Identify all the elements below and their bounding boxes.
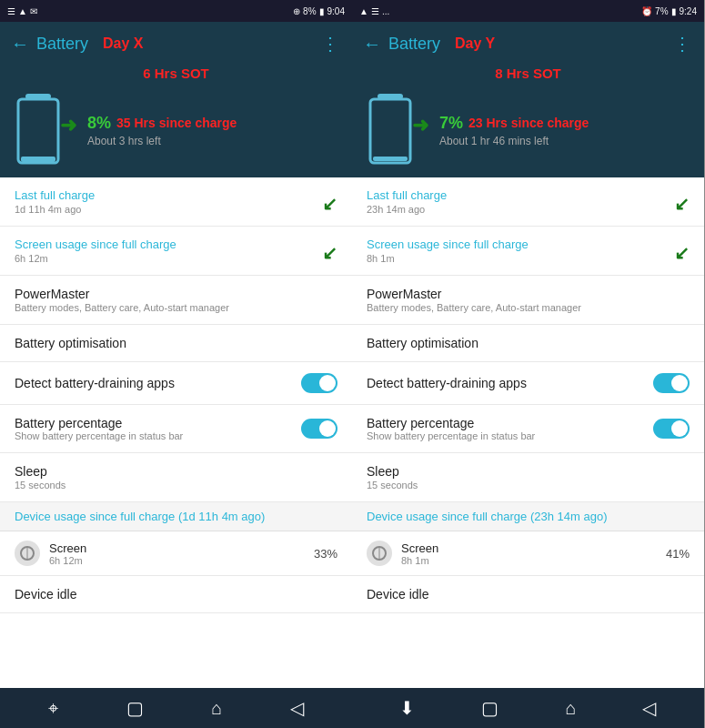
envelope-icon: ✉ (30, 6, 37, 16)
battery-icon-right (367, 94, 414, 167)
device-idle-left: Device idle (0, 576, 352, 613)
detect-draining-right[interactable]: Detect battery-draining apps (352, 362, 704, 405)
battery-icon-left (15, 94, 62, 167)
svg-rect-6 (370, 99, 410, 163)
nav-back-left[interactable]: ◁ (290, 697, 304, 719)
nav-home-right[interactable]: ⌂ (565, 698, 576, 719)
last-full-charge-left[interactable]: Last full charge 1d 11h 4m ago ↙ (0, 177, 352, 227)
detect-draining-left[interactable]: Detect battery-draining apps (0, 362, 352, 405)
status-bar-left-icons: ☰ ▲ ✉ (7, 6, 37, 16)
screen-icon-left (15, 541, 40, 566)
screen-usage-left[interactable]: Screen usage since full charge 6h 12m ↙ (0, 227, 352, 276)
left-panel: ☰ ▲ ✉ ⊕ 8% ▮ 9:04 ← Battery Day X ⋮ 6 Hr… (0, 0, 352, 728)
nav-location-left[interactable]: ⌖ (48, 698, 58, 719)
time-right: 9:24 (680, 6, 697, 16)
usage-item-screen-right: Screen 8h 1m 41% (352, 531, 704, 576)
top-bar-right: ← Battery Day Y ⋮ (352, 22, 704, 66)
battery-percentage-left[interactable]: Battery percentage Show battery percenta… (0, 405, 352, 453)
usage-item-screen-left: Screen 6h 12m 33% (0, 531, 352, 576)
usage-time-left: 6h 12m (49, 555, 86, 566)
status-bar-right: ▲ ☰ ... ⏰ 7% ▮ 9:24 (352, 0, 704, 22)
page-title-right: Battery (388, 35, 440, 54)
powermaster-left[interactable]: PowerMaster Battery modes, Battery care,… (0, 276, 352, 325)
powermaster-sub-right: Battery modes, Battery care, Auto-start … (367, 302, 690, 313)
day-label-right: Day Y (455, 35, 495, 52)
last-full-charge-right[interactable]: Last full charge 23h 14m ago ↙ (352, 177, 704, 227)
battery-percentage-right[interactable]: Battery percentage Show battery percenta… (352, 405, 704, 453)
usage-name-left: Screen (49, 541, 86, 555)
sleep-value-left: 15 seconds (15, 480, 337, 490)
right-panel: ▲ ☰ ... ⏰ 7% ▮ 9:24 ← Battery Day Y ⋮ 8 … (352, 0, 704, 728)
back-button-right[interactable]: ← (363, 34, 381, 55)
svg-rect-2 (21, 157, 55, 162)
nav-home-left[interactable]: ⌂ (211, 698, 222, 719)
content-left: Last full charge 1d 11h 4m ago ↙ Screen … (0, 177, 352, 688)
nav-bar-left: ⌖ ▢ ⌂ ◁ (0, 688, 352, 728)
wifi-icon-right: ▲ (359, 6, 368, 16)
battery-remaining-right: About 1 hr 46 mins left (439, 135, 589, 147)
battery-since-left: 35 Hrs since charge (116, 116, 237, 130)
svg-rect-7 (373, 157, 408, 161)
last-full-charge-value-left: 1d 11h 4m ago (15, 204, 95, 215)
detect-draining-label-left: Detect battery-draining apps (15, 376, 175, 390)
sot-label-left: 6 Hrs SOT (0, 66, 352, 86)
sleep-label-right: Sleep (367, 464, 690, 479)
battery-since-right: 23 Hrs since charge (468, 116, 589, 130)
arrow-last-charge-right: ↙ (674, 193, 690, 215)
status-bar-right-left-icons: ▲ ☰ ... (359, 6, 389, 16)
device-idle-right: Device idle (352, 576, 704, 613)
battery-status-left: 8% (303, 6, 316, 16)
battery-opt-title-right: Battery optimisation (367, 336, 690, 350)
arrow-last-charge-left: ↙ (322, 193, 337, 215)
status-bar-left: ☰ ▲ ✉ ⊕ 8% ▮ 9:04 (0, 0, 352, 22)
battery-remaining-left: About 3 hrs left (87, 135, 237, 147)
usage-pct-left: 33% (314, 547, 337, 561)
nav-square-left[interactable]: ▢ (126, 697, 144, 719)
arrow-battery-left: ➜ (60, 114, 76, 137)
nav-square-right[interactable]: ▢ (481, 697, 499, 719)
screen-usage-title-left: Screen usage since full charge (15, 238, 176, 251)
arrow-screen-usage-left: ↙ (322, 242, 337, 264)
sleep-right[interactable]: Sleep 15 seconds (352, 453, 704, 502)
menu-button-left[interactable]: ⋮ (321, 33, 341, 55)
screen-usage-right[interactable]: Screen usage since full charge 8h 1m ↙ (352, 227, 704, 276)
screen-usage-value-left: 6h 12m (15, 253, 176, 264)
status-bar-right-icons: ⊕ 8% ▮ 9:04 (293, 6, 345, 16)
battery-optimisation-left[interactable]: Battery optimisation (0, 325, 352, 362)
battery-percent-right: 7% (439, 114, 463, 133)
battery-icon-small: ▮ (319, 6, 325, 16)
detect-draining-label-right: Detect battery-draining apps (367, 376, 527, 390)
battery-optimisation-right[interactable]: Battery optimisation (352, 325, 704, 362)
sot-label-right: 8 Hrs SOT (352, 66, 704, 86)
dots-icon-right: ... (382, 6, 389, 16)
screen-usage-value-right: 8h 1m (367, 253, 529, 264)
last-full-charge-value-right: 23h 14m ago (367, 204, 447, 215)
sleep-left[interactable]: Sleep 15 seconds (0, 453, 352, 502)
sleep-label-left: Sleep (15, 464, 337, 479)
device-usage-header-right: Device usage since full charge (23h 14m … (352, 502, 704, 531)
nav-back-right[interactable]: ◁ (642, 697, 656, 719)
detect-draining-toggle-right[interactable] (653, 373, 690, 393)
detect-draining-toggle-left[interactable] (301, 373, 337, 393)
page-title-left: Battery (36, 35, 88, 54)
signal-icon: ☰ (7, 6, 15, 16)
device-usage-header-left: Device usage since full charge (1d 11h 4… (0, 502, 352, 531)
powermaster-right[interactable]: PowerMaster Battery modes, Battery care,… (352, 276, 704, 325)
last-full-charge-title-right: Last full charge (367, 188, 447, 202)
gps-icon: ⊕ (293, 6, 300, 16)
last-full-charge-title-left: Last full charge (15, 188, 95, 202)
battery-pct-toggle-right[interactable] (653, 419, 690, 439)
svg-rect-1 (18, 99, 58, 163)
battery-info-left: ➜ 8% 35 Hrs since charge About 3 hrs lef… (0, 86, 352, 177)
arrow-battery-right: ➜ (412, 114, 428, 137)
battery-icon-small-right: ▮ (671, 6, 677, 16)
battery-percent-left: 8% (87, 114, 111, 133)
battery-pct-toggle-left[interactable] (301, 419, 337, 439)
screen-icon-right (367, 541, 392, 566)
usage-name-right: Screen (401, 541, 438, 555)
back-button-left[interactable]: ← (11, 34, 29, 55)
menu-button-right[interactable]: ⋮ (673, 33, 693, 55)
battery-info-right: ➜ 7% 23 Hrs since charge About 1 hr 46 m… (352, 86, 704, 177)
nav-download-right[interactable]: ⬇ (399, 697, 415, 719)
powermaster-sub-left: Battery modes, Battery care, Auto-start … (15, 302, 337, 313)
